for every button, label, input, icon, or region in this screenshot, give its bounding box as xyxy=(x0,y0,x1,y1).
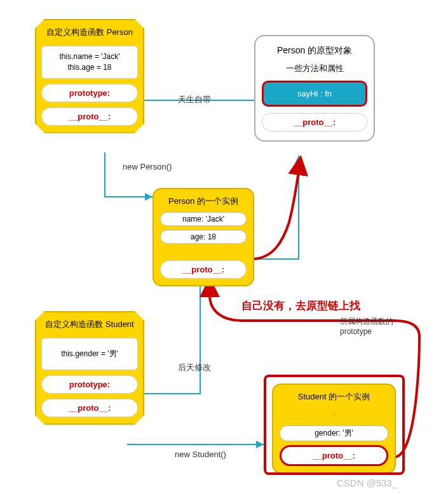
person-proto-obj-proto: __proto__: xyxy=(262,113,367,131)
label-new-person: new Person() xyxy=(123,162,172,171)
watermark: CSDN @533_ xyxy=(337,477,397,488)
person-instance-age: age: 18 xyxy=(160,230,247,244)
person-instance-title: Person 的一个实例 xyxy=(160,196,247,207)
person-prototype-label: prototype: xyxy=(41,84,138,102)
student-proto-label: __proto__: xyxy=(41,399,138,417)
label-constructor-proto: 所属构造函数的 prototype xyxy=(340,316,393,336)
person-prototype-object: Person 的原型对象 一些方法和属性 sayHi : fn __proto_… xyxy=(254,35,375,142)
person-proto-obj-sub: 一些方法和属性 xyxy=(262,63,367,74)
person-proto-label: __proto__: xyxy=(41,107,138,126)
person-proto-obj-title: Person 的原型对象 xyxy=(262,45,367,57)
label-born: 天生自带 xyxy=(178,94,211,105)
person-instance-proto: __proto__: xyxy=(160,260,247,279)
student-instance-highlight xyxy=(264,375,405,475)
student-constructor-box: 自定义构造函数 Student this.gender = '男' protot… xyxy=(35,311,144,425)
person-instance-box: Person 的一个实例 name: 'Jack' age: 18 __prot… xyxy=(153,188,254,286)
person-instance-name: name: 'Jack' xyxy=(160,212,247,226)
person-constructor-box: 自定义构造函数 Person this.name = 'Jack' this.a… xyxy=(35,19,144,133)
person-constructor-body: this.name = 'Jack' this.age = 18 xyxy=(41,46,138,79)
sayhi-method: sayHi : fn xyxy=(262,81,367,107)
student-constructor-body: this.gender = '男' xyxy=(41,338,138,370)
label-red-note: 自己没有，去原型链上找 xyxy=(241,298,360,313)
person-constructor-title: 自定义构造函数 Person xyxy=(41,27,138,38)
label-later: 后天修改 xyxy=(178,362,211,373)
label-new-student: new Student() xyxy=(175,450,226,459)
student-constructor-title: 自定义构造函数 Student xyxy=(41,319,138,330)
student-prototype-label: prototype: xyxy=(41,375,138,394)
